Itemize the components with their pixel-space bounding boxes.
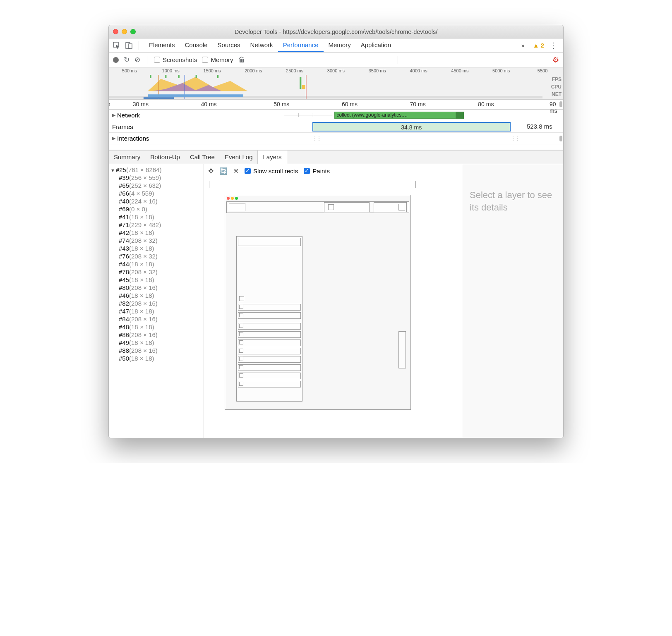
overview-ruler: 500 ms1000 ms1500 ms2000 ms2500 ms3000 m… <box>109 67 563 75</box>
layer-item[interactable]: #50(18 × 18) <box>109 354 204 362</box>
screenshots-label: Screenshots <box>163 56 197 63</box>
layer-item[interactable]: #78(208 × 32) <box>109 268 204 276</box>
panel-tabs: ElementsConsoleSourcesNetworkPerformance… <box>144 39 513 52</box>
settings-gear-icon[interactable]: ⚙ <box>552 55 559 65</box>
subtab-layers[interactable]: Layers <box>257 150 287 164</box>
warnings-badge[interactable]: ▲ 2 <box>533 42 544 49</box>
subtab-bottom-up[interactable]: Bottom-Up <box>145 151 185 164</box>
overview-panel[interactable]: 500 ms1000 ms1500 ms2000 ms2500 ms3000 m… <box>109 67 563 100</box>
layer-item[interactable]: #44(18 × 18) <box>109 260 204 268</box>
warning-icon: ▲ <box>533 42 539 49</box>
memory-label: Memory <box>211 56 233 63</box>
layer-item[interactable]: #69(0 × 0) <box>109 205 204 213</box>
layer-item[interactable]: #45(18 × 18) <box>109 276 204 284</box>
scrollbar-thumb[interactable] <box>559 101 562 107</box>
track-label: Frames <box>109 123 158 130</box>
divider <box>139 41 139 50</box>
layer-item[interactable]: #88(208 × 16) <box>109 347 204 354</box>
network-request-bar[interactable]: collect (www.google-analytics.… <box>334 112 456 119</box>
tab-application[interactable]: Application <box>356 39 396 52</box>
overview-charts <box>109 75 542 99</box>
garbage-icon[interactable]: 🗑 <box>238 56 245 64</box>
tab-performance[interactable]: Performance <box>278 39 324 52</box>
svg-rect-9 <box>300 77 301 89</box>
layers-panel: ▼#25(761 × 8264)#39(256 × 559)#65(252 × … <box>109 164 563 438</box>
tab-sources[interactable]: Sources <box>213 39 245 52</box>
overview-tick: 4000 ms <box>398 67 439 75</box>
memory-checkbox[interactable]: Memory <box>202 56 233 63</box>
layer-item[interactable]: #71(229 × 482) <box>109 221 204 229</box>
kebab-menu-icon[interactable]: ⋮ <box>547 41 560 50</box>
svg-rect-10 <box>302 85 305 89</box>
expand-icon[interactable]: ▶ <box>112 136 115 141</box>
flamechart-ruler[interactable]: s30 ms40 ms50 ms60 ms70 ms80 ms90 ms <box>109 100 563 110</box>
devtools-window: Developer Tools - https://developers.goo… <box>108 25 564 438</box>
overview-tick: 3000 ms <box>315 67 357 75</box>
layer-item[interactable]: #39(256 × 559) <box>109 174 204 182</box>
frame-bar-selected[interactable]: 34.8 ms <box>312 122 511 132</box>
reload-icon[interactable]: ↻ <box>124 55 130 64</box>
ruler-tick: 60 ms <box>342 101 358 108</box>
overview-tick: 2500 ms <box>274 67 315 75</box>
tab-console[interactable]: Console <box>180 39 213 52</box>
resize-grip-icon[interactable]: ⋮⋮ <box>312 136 321 141</box>
layer-item[interactable]: ▼#25(761 × 8264) <box>109 166 204 174</box>
track-spacer <box>109 144 563 150</box>
tab-memory[interactable]: Memory <box>324 39 356 52</box>
layer-item[interactable]: #76(208 × 32) <box>109 252 204 260</box>
resize-grip-icon[interactable]: ⋮⋮ <box>511 136 519 141</box>
layer-item[interactable]: #42(18 × 18) <box>109 229 204 237</box>
layer-item[interactable]: #47(18 × 18) <box>109 307 204 315</box>
checkbox-icon <box>202 57 208 63</box>
expand-icon[interactable]: ▶ <box>112 112 115 118</box>
scrollbar-thumb[interactable] <box>559 136 562 141</box>
paints-checkbox[interactable]: Paints <box>304 167 330 175</box>
titlebar: Developer Tools - https://developers.goo… <box>109 25 563 38</box>
layer-item[interactable]: #48(18 × 18) <box>109 323 204 331</box>
overview-tick: 2000 ms <box>233 67 274 75</box>
inspect-icon[interactable] <box>112 41 121 50</box>
perf-toolbar: ↻ ⊘ Screenshots Memory 🗑 ⚙ <box>109 53 563 67</box>
pan-icon[interactable]: ✥ <box>208 167 214 175</box>
interactions-track[interactable]: ▶Interactions ⋮⋮ ⋮⋮ <box>109 133 563 144</box>
subtab-summary[interactable]: Summary <box>109 151 145 164</box>
clear-icon[interactable]: ⊘ <box>134 55 140 64</box>
layer-item[interactable]: #40(224 × 16) <box>109 197 204 205</box>
subtab-event-log[interactable]: Event Log <box>220 151 258 164</box>
layer-item[interactable]: #84(208 × 16) <box>109 315 204 323</box>
frames-track[interactable]: Frames 34.8 ms 523.8 ms <box>109 121 563 133</box>
rotate-icon[interactable]: 🔄 <box>219 167 228 175</box>
layer-item[interactable]: #46(18 × 18) <box>109 292 204 299</box>
layer-item[interactable]: #74(208 × 32) <box>109 237 204 244</box>
tab-elements[interactable]: Elements <box>144 39 180 52</box>
ruler-tick: 50 ms <box>274 101 289 108</box>
slow-scroll-checkbox[interactable]: Slow scroll rects <box>245 167 298 175</box>
detail-tabs: SummaryBottom-UpCall TreeEvent LogLayers <box>109 150 563 164</box>
layer-item[interactable]: #82(208 × 16) <box>109 299 204 307</box>
overview-tick: 4500 ms <box>439 67 481 75</box>
collapse-icon[interactable]: ▼ <box>110 168 115 173</box>
record-button[interactable] <box>113 57 119 63</box>
tabs-overflow[interactable]: » <box>516 39 529 51</box>
network-track[interactable]: ▶Network collect (www.google-analytics.… <box>109 110 563 121</box>
layer-canvas[interactable] <box>204 178 462 438</box>
layer-item[interactable]: #43(18 × 18) <box>109 244 204 252</box>
reset-icon[interactable]: ⤧ <box>233 167 239 175</box>
layer-item[interactable]: #65(252 × 632) <box>109 182 204 189</box>
layer-viz-panel: ✥ 🔄 ⤧ Slow scroll rects Paints <box>204 164 462 438</box>
layer-item[interactable]: #80(208 × 16) <box>109 284 204 292</box>
layer-item[interactable]: #41(18 × 18) <box>109 213 204 221</box>
window-title: Developer Tools - https://developers.goo… <box>109 29 563 35</box>
layer-tree[interactable]: ▼#25(761 × 8264)#39(256 × 559)#65(252 × … <box>109 164 204 438</box>
tab-network[interactable]: Network <box>245 39 278 52</box>
network-request-tail <box>456 112 464 119</box>
layer-item[interactable]: #66(4 × 559) <box>109 189 204 197</box>
overview-tick: 3500 ms <box>357 67 398 75</box>
subtab-call-tree[interactable]: Call Tree <box>185 151 220 164</box>
overview-track-labels: FPS CPU NET <box>551 76 562 98</box>
screenshots-checkbox[interactable]: Screenshots <box>154 56 197 63</box>
device-icon[interactable] <box>125 41 134 50</box>
details-placeholder: Select a layer to see its details <box>470 189 556 213</box>
layer-item[interactable]: #86(208 × 16) <box>109 331 204 339</box>
layer-item[interactable]: #49(18 × 18) <box>109 339 204 347</box>
